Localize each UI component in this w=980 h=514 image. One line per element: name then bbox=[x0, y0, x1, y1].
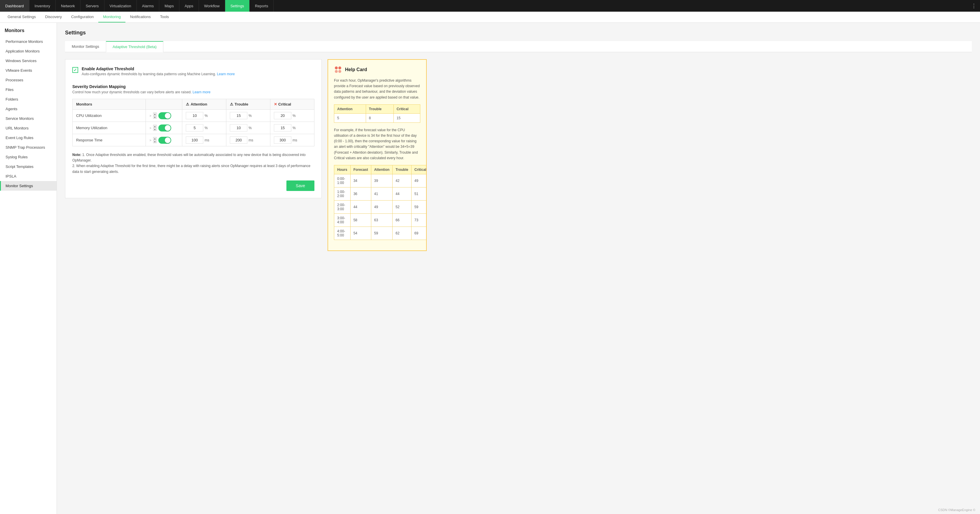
trouble-cell-2: ms bbox=[226, 134, 270, 146]
toggle-switch-2[interactable] bbox=[158, 137, 171, 144]
nav-network[interactable]: Network bbox=[56, 0, 81, 12]
nav-alarms[interactable]: Alarms bbox=[137, 0, 159, 12]
arrow-down-2[interactable]: ▼ bbox=[153, 140, 157, 143]
sidebar-item-script-templates[interactable]: Script Templates bbox=[0, 162, 57, 171]
critical-input-0[interactable] bbox=[274, 112, 291, 119]
sidebar-item-files[interactable]: Files bbox=[0, 85, 57, 94]
help-forecast-table: HoursForecastAttentionTroubleCritical0:0… bbox=[334, 165, 427, 240]
attention-input-0[interactable] bbox=[186, 112, 203, 119]
nav-settings[interactable]: Settings bbox=[225, 0, 250, 12]
trouble-cell-0: % bbox=[226, 109, 270, 122]
th-critical: ✕Critical bbox=[270, 99, 314, 109]
copyright: CSDN ©ManageEngine © bbox=[938, 508, 975, 512]
arrow-down-1[interactable]: ▼ bbox=[153, 128, 157, 131]
svg-point-3 bbox=[338, 70, 341, 73]
monitor-toggle-cell-0: > ▲ ▼ bbox=[146, 109, 182, 122]
attention-cell-1: % bbox=[182, 122, 226, 134]
monitor-toggle-cell-1: > ▲ ▼ bbox=[146, 122, 182, 134]
nav-apps[interactable]: Apps bbox=[180, 0, 199, 12]
settings-panel: Enable Adaptive Threshold Auto-configure… bbox=[65, 59, 322, 198]
attention-input-2[interactable] bbox=[186, 136, 203, 144]
save-button[interactable]: Save bbox=[286, 181, 314, 191]
trouble-unit-2: ms bbox=[248, 138, 253, 142]
severity-learn-more-link[interactable]: Learn more bbox=[192, 90, 210, 94]
enable-adaptive-threshold-checkbox[interactable] bbox=[72, 67, 78, 73]
critical-input-2[interactable] bbox=[274, 136, 291, 144]
sidebar-item-monitor-settings[interactable]: Monitor Settings bbox=[0, 181, 57, 191]
settings-tabs: Monitor Settings Adaptive Threshold (Bet… bbox=[65, 41, 972, 52]
sidebar-item-url-monitors[interactable]: URL Monitors bbox=[0, 123, 57, 133]
nav-inventory[interactable]: Inventory bbox=[29, 0, 56, 12]
trouble-input-1[interactable] bbox=[230, 124, 247, 132]
sidebar-item-application-monitors[interactable]: Application Monitors bbox=[0, 46, 57, 56]
sidebar-item-ipsla[interactable]: IPSLA bbox=[0, 171, 57, 181]
nav-reports[interactable]: Reports bbox=[250, 0, 274, 12]
arrow-up-0[interactable]: ▲ bbox=[153, 113, 157, 116]
sidebar-item-windows-services[interactable]: Windows Services bbox=[0, 56, 57, 66]
help-example-text: For example, if the forecast value for t… bbox=[334, 127, 420, 161]
svg-point-0 bbox=[335, 67, 338, 70]
nav-workflow[interactable]: Workflow bbox=[199, 0, 225, 12]
note-text: Note: 1. Once Adaptive thresholds are en… bbox=[72, 152, 314, 175]
table-row: Response Time > ▲ ▼ ms bbox=[73, 134, 314, 146]
trouble-input-2[interactable] bbox=[230, 136, 247, 144]
sidebar: Monitors Performance Monitors Applicatio… bbox=[0, 23, 57, 514]
sidebar-item-snmp-trap-processors[interactable]: SNMP Trap Processors bbox=[0, 143, 57, 152]
page-title: Settings bbox=[65, 30, 972, 36]
help-card-body: For each hour, OpManager's predictive al… bbox=[334, 78, 420, 100]
subnav-notifications[interactable]: Notifications bbox=[126, 12, 156, 22]
main-layout: Monitors Performance Monitors Applicatio… bbox=[0, 23, 980, 514]
critical-input-1[interactable] bbox=[274, 124, 291, 132]
trouble-cell-1: % bbox=[226, 122, 270, 134]
arrow-up-2[interactable]: ▲ bbox=[153, 137, 157, 140]
attention-input-1[interactable] bbox=[186, 124, 203, 132]
subnav-discovery[interactable]: Discovery bbox=[41, 12, 67, 22]
sidebar-item-event-log-rules[interactable]: Event Log Rules bbox=[0, 133, 57, 143]
arrow-down-0[interactable]: ▼ bbox=[153, 116, 157, 119]
footer: CSDN ©ManageEngine © bbox=[934, 506, 980, 514]
svg-point-2 bbox=[335, 70, 338, 73]
sidebar-item-vmware-events[interactable]: VMware Events bbox=[0, 66, 57, 75]
nav-more-button[interactable]: ⋮ bbox=[968, 0, 980, 12]
critical-unit-2: ms bbox=[293, 138, 297, 142]
help-card-header: Help Card bbox=[334, 66, 420, 74]
severity-section-desc: Control how much your dynamic thresholds… bbox=[72, 90, 314, 94]
tab-adaptive-threshold[interactable]: Adaptive Threshold (Beta) bbox=[106, 41, 163, 52]
enable-adaptive-threshold-desc: Auto-configures dynamic thresholds by le… bbox=[82, 72, 235, 76]
monitor-name-0: CPU Utilization bbox=[73, 109, 146, 122]
sidebar-title: Monitors bbox=[0, 23, 57, 37]
nav-maps[interactable]: Maps bbox=[159, 0, 180, 12]
nav-virtualization[interactable]: Virtualization bbox=[104, 0, 137, 12]
sidebar-item-service-monitors[interactable]: Service Monitors bbox=[0, 114, 57, 123]
nav-servers[interactable]: Servers bbox=[81, 0, 104, 12]
sidebar-item-folders[interactable]: Folders bbox=[0, 94, 57, 104]
sidebar-item-processes[interactable]: Processes bbox=[0, 75, 57, 85]
sidebar-item-performance-monitors[interactable]: Performance Monitors bbox=[0, 37, 57, 46]
subnav-tools[interactable]: Tools bbox=[156, 12, 173, 22]
critical-unit-0: % bbox=[293, 114, 296, 118]
subnav-monitoring[interactable]: Monitoring bbox=[98, 12, 126, 22]
enable-learn-more-link[interactable]: Learn more bbox=[217, 72, 235, 76]
trouble-input-0[interactable] bbox=[230, 112, 247, 119]
attention-unit-1: % bbox=[204, 126, 208, 130]
subnav-configuration[interactable]: Configuration bbox=[67, 12, 98, 22]
th-monitors: Monitors bbox=[73, 99, 146, 109]
enable-adaptive-threshold-text: Enable Adaptive Threshold Auto-configure… bbox=[82, 67, 235, 76]
help-card-title: Help Card bbox=[345, 67, 367, 72]
toggle-switch-1[interactable] bbox=[158, 124, 171, 132]
sidebar-item-syslog-rules[interactable]: Syslog Rules bbox=[0, 152, 57, 162]
monitor-name-1: Memory Utilization bbox=[73, 122, 146, 134]
subnav-general-settings[interactable]: General Settings bbox=[3, 12, 41, 22]
sidebar-item-agents[interactable]: Agents bbox=[0, 104, 57, 114]
nav-dashboard[interactable]: Dashboard bbox=[0, 0, 29, 12]
top-navigation: Dashboard Inventory Network Servers Virt… bbox=[0, 0, 980, 12]
help-summary-table: AttentionTroubleCritical5815 bbox=[334, 105, 420, 123]
main-content-row: Enable Adaptive Threshold Auto-configure… bbox=[65, 59, 972, 251]
svg-point-1 bbox=[338, 67, 341, 70]
critical-cell-0: % bbox=[270, 109, 314, 122]
toggle-switch-0[interactable] bbox=[158, 112, 171, 119]
arrow-up-1[interactable]: ▲ bbox=[153, 125, 157, 128]
th-attention: ⚠Attention bbox=[182, 99, 226, 109]
tab-monitor-settings[interactable]: Monitor Settings bbox=[65, 41, 106, 52]
critical-cell-1: % bbox=[270, 122, 314, 134]
